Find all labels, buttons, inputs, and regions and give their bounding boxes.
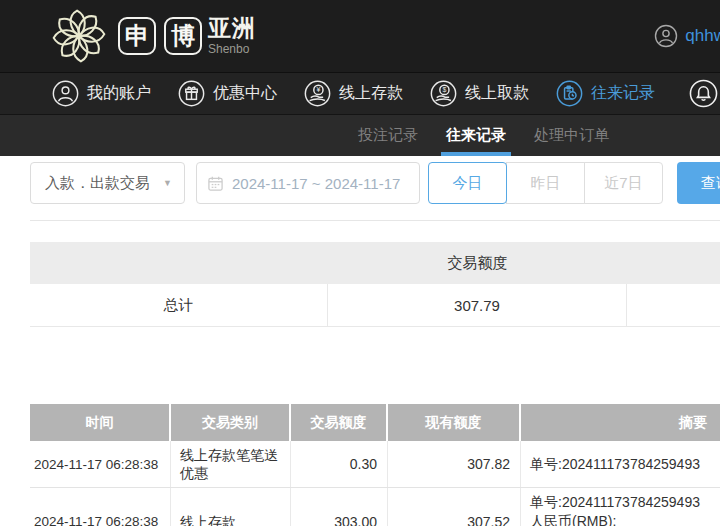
cell-time: 2024-11-17 06:28:38: [30, 488, 171, 526]
nav-online-withdrawal[interactable]: $ 线上取款: [430, 80, 529, 107]
search-button[interactable]: 查询: [677, 162, 720, 204]
flower-logo-icon: [48, 6, 110, 66]
cell-balance: 307.52: [388, 488, 521, 526]
record-tabs: 投注记录 往来记录 处理中订单: [0, 115, 720, 156]
col-type: 交易类别: [171, 404, 291, 441]
cell-time: 2024-11-17 06:28:38: [30, 441, 171, 487]
nav-label: 线上存款: [339, 83, 403, 104]
tab-transaction-records[interactable]: 往来记录: [441, 115, 511, 156]
nav-label: 线上取款: [465, 83, 529, 104]
table-row: 2024-11-17 06:28:38 线上存款笔笔送优惠 0.30 307.8…: [30, 441, 720, 488]
top-header: 申 博 亚洲 Shenbo qhhw: [0, 0, 720, 72]
cell-type: 线上存款: [171, 488, 291, 526]
summary-line: 单号:202411173784259493: [530, 455, 700, 474]
cell-summary: 单号:202411173784259493 人民币(RMB): 303: [521, 488, 720, 526]
main-nav: 我的账户 优惠中心 ¥ 线上存款: [0, 72, 720, 115]
deposit-icon: ¥: [304, 80, 331, 107]
summary-table: 交易额度 总计 307.79: [30, 242, 720, 327]
nav-label: 我的账户: [87, 83, 151, 104]
cell-balance: 307.82: [388, 441, 521, 487]
nav-online-deposit[interactable]: ¥ 线上存款: [304, 80, 403, 107]
chevron-down-icon: ▼: [163, 178, 172, 188]
col-summary: 摘要: [521, 404, 720, 441]
col-amount: 交易额度: [291, 404, 388, 441]
user-icon: [52, 80, 79, 107]
yesterday-button[interactable]: 昨日: [506, 162, 585, 204]
col-balance: 现有额度: [388, 404, 521, 441]
cell-type: 线上存款笔笔送优惠: [171, 441, 291, 487]
summary-header-empty: [30, 242, 328, 284]
page: 申 博 亚洲 Shenbo qhhw 我的账户: [0, 0, 720, 526]
tab-pending-orders[interactable]: 处理中订单: [529, 115, 614, 156]
table-header-row: 时间 交易类别 交易额度 现有额度 摘要: [30, 404, 720, 441]
nav-my-account[interactable]: 我的账户: [52, 80, 151, 107]
summary-total-value: 307.79: [328, 284, 627, 326]
svg-text:¥: ¥: [316, 86, 320, 93]
quick-date-buttons: 今日 昨日 近7日: [428, 162, 663, 204]
filter-row: 入款．出款交易 ▼ 2024-11-17 ~ 2024-11-17 今日 昨日 …: [30, 162, 720, 204]
cell-summary: 单号:202411173784259493: [521, 441, 720, 487]
today-button[interactable]: 今日: [428, 162, 507, 204]
username: qhhw: [685, 26, 720, 46]
summary-header-amount: 交易额度: [328, 242, 627, 284]
summary-header-empty: [627, 242, 720, 284]
notification-bell[interactable]: [689, 79, 718, 108]
logo-char-shen: 申: [118, 17, 156, 55]
user-account[interactable]: qhhw: [654, 24, 720, 48]
summary-line: 单号:202411173784259493: [530, 493, 700, 512]
nav-transaction-records[interactable]: 往来记录: [556, 80, 655, 107]
logo-region-text: 亚洲: [208, 17, 256, 40]
col-time: 时间: [30, 404, 171, 441]
summary-line: 人民币(RMB):: [530, 512, 700, 526]
records-icon: [556, 80, 583, 107]
nav-label: 往来记录: [591, 83, 655, 104]
dropdown-value: 入款．出款交易: [45, 174, 150, 193]
withdraw-icon: $: [430, 80, 457, 107]
tab-bet-records[interactable]: 投注记录: [353, 115, 423, 156]
nav-promotions[interactable]: 优惠中心: [178, 80, 277, 107]
logo-subtitle: Shenbo: [208, 43, 256, 55]
table-row: 2024-11-17 06:28:38 线上存款 303.00 307.52 单…: [30, 488, 720, 526]
gift-icon: [178, 80, 205, 107]
transaction-type-dropdown[interactable]: 入款．出款交易 ▼: [30, 162, 185, 204]
summary-empty-cell: [627, 284, 720, 326]
last7days-button[interactable]: 近7日: [584, 162, 663, 204]
summary-header-row: 交易额度: [30, 242, 720, 284]
summary-total-label: 总计: [30, 284, 328, 326]
site-logo[interactable]: 申 博 亚洲 Shenbo: [48, 6, 256, 66]
logo-char-bo: 博: [164, 17, 202, 55]
date-range-input[interactable]: 2024-11-17 ~ 2024-11-17: [196, 162, 420, 204]
divider: [30, 220, 720, 221]
cell-amount: 303.00: [291, 488, 388, 526]
nav-label: 优惠中心: [213, 83, 277, 104]
transactions-table: 时间 交易类别 交易额度 现有额度 摘要 2024-11-17 06:28:38…: [30, 404, 720, 526]
cell-amount: 0.30: [291, 441, 388, 487]
date-range-value: 2024-11-17 ~ 2024-11-17: [232, 175, 400, 192]
avatar-icon: [654, 24, 678, 48]
svg-text:$: $: [442, 86, 446, 93]
calendar-icon: [207, 175, 224, 192]
bell-icon: [689, 79, 718, 108]
summary-total-row: 总计 307.79: [30, 284, 720, 327]
